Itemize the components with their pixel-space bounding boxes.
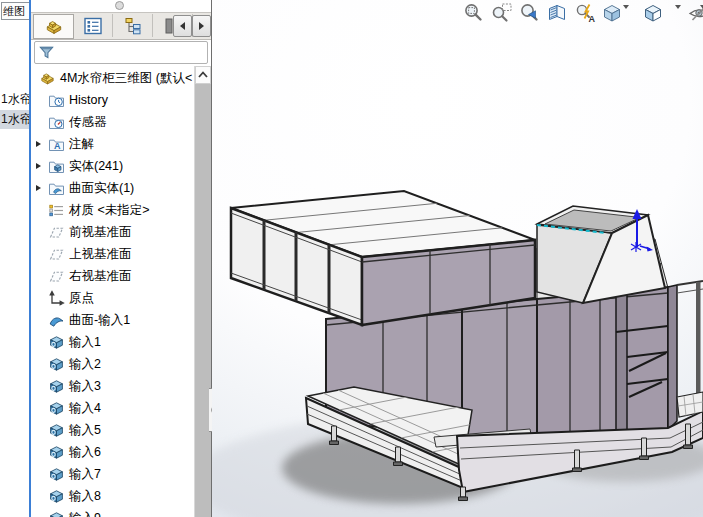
feature-tree: 4M水帘柜三维图 (默认< History 传感器A注解 实体(241)曲面实体… <box>31 67 194 517</box>
imported-solid-icon <box>48 334 65 351</box>
tree-root-part[interactable]: 4M水帘柜三维图 (默认< <box>31 67 194 89</box>
imported-solid-icon <box>48 444 65 461</box>
imported-solid-icon <box>48 488 65 505</box>
expand-arrow-icon[interactable] <box>36 185 46 191</box>
material-icon <box>48 202 65 219</box>
imported-surface-icon <box>48 312 65 329</box>
plane-icon <box>48 224 65 241</box>
plane-icon <box>48 268 65 285</box>
tree-item-surface-import1[interactable]: 曲面-输入1 <box>31 309 194 331</box>
tree-item-label: 输入5 <box>69 422 101 439</box>
featuremanager-design-tree-tab[interactable] <box>33 14 74 39</box>
tree-item-label: 输入7 <box>69 466 101 483</box>
model-3d <box>212 0 703 517</box>
section-view-icon <box>547 2 569 24</box>
expand-arrow-icon[interactable] <box>36 141 46 147</box>
tree-item-import8[interactable]: 输入8 <box>31 485 194 507</box>
tree-item-label: 输入4 <box>69 400 101 417</box>
tree-item-import9[interactable]: 输入9 <box>31 507 194 517</box>
chevron-down-icon[interactable] <box>675 9 685 19</box>
zoom-to-area-button[interactable] <box>490 1 514 25</box>
svg-text:A: A <box>54 141 61 151</box>
view-orientation-button[interactable] <box>600 1 624 25</box>
propertymanager-tab[interactable] <box>73 14 113 37</box>
dynamic-annotation-views-button[interactable]: A <box>574 1 598 25</box>
tree-item-label: 实体(241) <box>69 158 123 175</box>
annotations-folder-icon: A <box>48 136 65 153</box>
tree-item-label: 注解 <box>69 136 94 153</box>
tree-item-top-plane[interactable]: 上视基准面 <box>31 243 194 265</box>
tree-item-label: History <box>69 93 108 107</box>
history-folder-icon <box>48 92 65 109</box>
solidworks-screen: 维图 1水帘1水帘 4M水帘柜三维图 (默认< History 传感器A注解 实… <box>0 0 703 517</box>
zoom-to-fit-icon <box>463 2 485 24</box>
scroll-left-icon <box>180 22 185 30</box>
tree-item-right-plane[interactable]: 右视基准面 <box>31 265 194 287</box>
tab-scroll-right-button[interactable] <box>192 15 211 37</box>
tree-item-material[interactable]: 材质 <未指定> <box>31 199 194 221</box>
background-list-item[interactable]: 1水帘 <box>0 90 30 109</box>
display-style-button[interactable] <box>641 1 665 25</box>
panel-grip[interactable] <box>115 1 124 10</box>
sensors-folder-icon <box>48 114 65 131</box>
tree-item-label: 4M水帘柜三维图 (默认< <box>60 70 192 87</box>
chevron-down-icon[interactable] <box>623 9 633 19</box>
zoom-to-fit-button[interactable] <box>462 1 486 25</box>
graphics-viewport[interactable]: A <box>212 0 703 517</box>
background-list-item[interactable]: 1水帘 <box>0 110 30 129</box>
tree-item-sensors[interactable]: 传感器 <box>31 111 194 133</box>
scroll-right-icon <box>199 22 204 30</box>
tab-scroll-left-button[interactable] <box>173 15 192 37</box>
imported-solid-icon <box>48 422 65 439</box>
tree-item-annotations[interactable]: A注解 <box>31 133 194 155</box>
tree-item-front-plane[interactable]: 前视基准面 <box>31 221 194 243</box>
part-icon <box>44 17 64 37</box>
filter-funnel-icon <box>38 44 55 61</box>
tree-item-import6[interactable]: 输入6 <box>31 441 194 463</box>
section-view-button[interactable] <box>546 1 570 25</box>
tree-item-import1[interactable]: 输入1 <box>31 331 194 353</box>
tree-item-label: 曲面实体(1) <box>69 180 134 197</box>
configurationmanager-tab[interactable] <box>113 14 153 37</box>
tree-item-import5[interactable]: 输入5 <box>31 419 194 441</box>
tree-item-import7[interactable]: 输入7 <box>31 463 194 485</box>
featuremanager-panel: 4M水帘柜三维图 (默认< History 传感器A注解 实体(241)曲面实体… <box>31 0 211 517</box>
tree-item-label: 输入6 <box>69 444 101 461</box>
background-window: 维图 1水帘1水帘 <box>0 0 29 517</box>
tree-item-origin[interactable]: 原点 <box>31 287 194 309</box>
display-style-icon <box>642 2 664 24</box>
tree-item-solid-bodies[interactable]: 实体(241) <box>31 155 194 177</box>
tree-item-label: 前视基准面 <box>69 224 132 241</box>
previous-view-button[interactable] <box>518 1 542 25</box>
imported-solid-icon <box>48 356 65 373</box>
tree-item-label: 材质 <未指定> <box>69 202 150 219</box>
filter-box <box>34 41 208 64</box>
imported-solid-icon <box>48 378 65 395</box>
filter-input[interactable] <box>55 44 207 62</box>
solid-bodies-folder-icon <box>48 158 65 175</box>
background-document-tab[interactable]: 维图 <box>1 2 30 20</box>
tree-item-label: 输入8 <box>69 488 101 505</box>
plane-icon <box>48 246 65 263</box>
tree-item-label: 输入9 <box>69 510 101 517</box>
tree-item-label: 输入2 <box>69 356 101 373</box>
previous-view-icon <box>519 2 541 24</box>
configurations-icon <box>123 16 143 36</box>
tree-item-label: 右视基准面 <box>69 268 132 285</box>
view-orientation-icon <box>601 2 623 24</box>
properties-icon <box>83 16 103 36</box>
tree-scrollbar[interactable] <box>194 66 211 517</box>
tree-item-label: 曲面-输入1 <box>69 312 130 329</box>
part-icon <box>39 70 56 87</box>
tree-item-import4[interactable]: 输入4 <box>31 397 194 419</box>
svg-text:A: A <box>589 14 596 24</box>
scroll-up-button[interactable] <box>195 66 211 84</box>
tree-item-label: 传感器 <box>69 114 107 131</box>
tree-item-surface-bodies[interactable]: 曲面实体(1) <box>31 177 194 199</box>
featuremanager-tabs <box>31 12 211 40</box>
tree-item-import3[interactable]: 输入3 <box>31 375 194 397</box>
tree-item-history[interactable]: History <box>31 89 194 111</box>
tree-item-import2[interactable]: 输入2 <box>31 353 194 375</box>
imported-solid-icon <box>48 400 65 417</box>
expand-arrow-icon[interactable] <box>36 163 46 169</box>
